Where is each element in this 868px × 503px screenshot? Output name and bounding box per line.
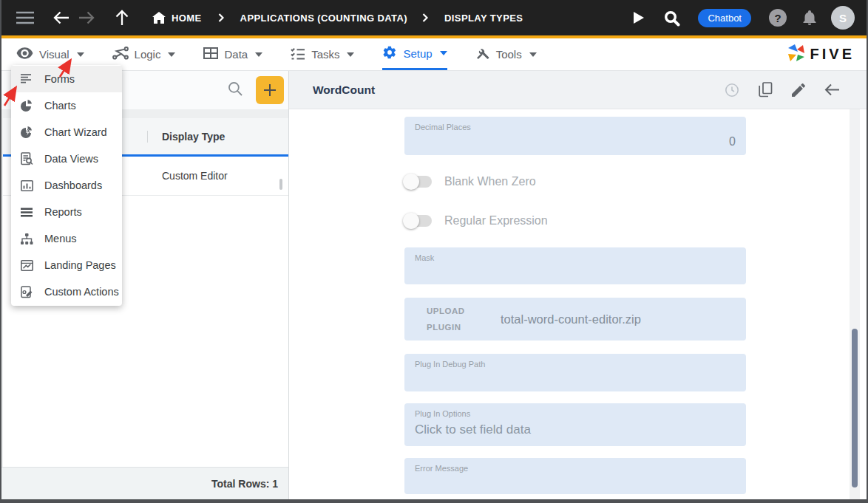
column-header-display-type[interactable]: Display Type bbox=[148, 131, 225, 143]
menu-icon[interactable] bbox=[16, 11, 34, 24]
menus-icon bbox=[18, 233, 35, 244]
menu-item-data-views[interactable]: Data Views bbox=[11, 146, 122, 172]
five-logo: FIVE bbox=[786, 38, 855, 70]
help-icon[interactable]: ? bbox=[769, 9, 787, 27]
dashboards-icon bbox=[18, 180, 35, 191]
scrollbar-track[interactable] bbox=[850, 109, 860, 499]
module-nav: Visual Logic Data Tasks bbox=[1, 38, 867, 71]
regular-expression-toggle[interactable] bbox=[404, 215, 432, 227]
run-app-icon[interactable] bbox=[634, 12, 644, 24]
custom-actions-icon bbox=[18, 286, 35, 298]
data-grid-icon bbox=[203, 47, 218, 61]
menu-item-custom-actions[interactable]: Custom Actions bbox=[11, 278, 122, 305]
search-icon[interactable] bbox=[228, 81, 243, 99]
menu-item-reports[interactable]: Reports bbox=[11, 199, 122, 225]
chatbot-button[interactable]: Chatbot bbox=[698, 9, 751, 27]
plug-in-options-field[interactable]: Plug In Options Click to set field data bbox=[404, 403, 746, 446]
menu-item-charts[interactable]: Charts bbox=[11, 92, 122, 119]
breadcrumb-home[interactable]: HOME bbox=[172, 13, 202, 24]
nav-label: Tools bbox=[496, 48, 522, 61]
field-label: Mask bbox=[415, 253, 434, 262]
nav-label: Tasks bbox=[311, 48, 339, 61]
scrollbar-thumb[interactable] bbox=[852, 329, 858, 487]
chevron-right-icon bbox=[218, 13, 224, 22]
data-views-icon bbox=[18, 152, 35, 165]
table-scrollbar-thumb[interactable] bbox=[279, 179, 282, 190]
detail-form: Decimal Places 0 Blank When Zero Regular… bbox=[289, 109, 867, 499]
nav-label: Logic bbox=[135, 48, 161, 61]
chevron-down-icon bbox=[255, 52, 262, 57]
avatar[interactable]: S bbox=[831, 6, 855, 30]
top-bar: HOME APPLICATIONS (COUNTING DATA) DISPLA… bbox=[1, 0, 867, 35]
breadcrumb-current: DISPLAY TYPES bbox=[444, 13, 523, 24]
menu-item-chart-wizard[interactable]: Chart Wizard bbox=[11, 119, 122, 146]
brand-name: FIVE bbox=[810, 46, 855, 63]
nav-item-data[interactable]: Data bbox=[203, 38, 262, 70]
menu-item-menus[interactable]: Menus bbox=[11, 225, 122, 252]
upload-plugin-field[interactable]: UPLOAD PLUGIN total-word-count-editor.zi… bbox=[404, 298, 746, 341]
nav-item-tasks[interactable]: Tasks bbox=[291, 38, 354, 70]
edit-pencil-icon[interactable] bbox=[792, 83, 805, 97]
nav-item-tools[interactable]: Tools bbox=[475, 38, 537, 70]
toggle-label: Regular Expression bbox=[444, 214, 548, 227]
menu-item-label: Charts bbox=[44, 100, 76, 112]
toggle-label: Blank When Zero bbox=[444, 175, 536, 188]
chevron-down-icon bbox=[347, 52, 354, 57]
total-rows-label: Total Rows: 1 bbox=[211, 478, 278, 490]
gear-icon bbox=[382, 45, 397, 62]
add-record-button[interactable] bbox=[256, 76, 284, 104]
blank-when-zero-row: Blank When Zero bbox=[404, 170, 536, 194]
blank-when-zero-toggle[interactable] bbox=[404, 176, 432, 188]
chart-wizard-icon bbox=[18, 126, 35, 138]
field-label: Decimal Places bbox=[415, 123, 471, 131]
menu-item-dashboards[interactable]: Dashboards bbox=[11, 172, 122, 199]
breadcrumb-application[interactable]: APPLICATIONS (COUNTING DATA) bbox=[240, 13, 407, 24]
record-detail-panel: WordCount bbox=[289, 71, 867, 499]
menu-item-landing-pages[interactable]: Landing Pages bbox=[11, 252, 122, 278]
copy-icon[interactable] bbox=[759, 82, 773, 97]
page-title: WordCount bbox=[313, 83, 375, 97]
error-message-field[interactable]: Error Message bbox=[404, 458, 746, 494]
menu-item-label: Chart Wizard bbox=[44, 126, 107, 138]
chevron-right-icon bbox=[422, 13, 428, 22]
nav-label: Visual bbox=[39, 48, 69, 61]
reports-icon bbox=[18, 208, 35, 217]
nav-label: Data bbox=[224, 48, 248, 61]
menu-item-label: Reports bbox=[44, 206, 82, 218]
nav-item-setup[interactable]: Setup bbox=[382, 38, 447, 70]
search-icon[interactable] bbox=[663, 10, 680, 27]
decimal-places-value: 0 bbox=[729, 135, 736, 148]
logic-icon bbox=[112, 47, 129, 62]
menu-item-label: Menus bbox=[44, 233, 77, 244]
chevron-down-icon bbox=[529, 52, 537, 57]
decimal-places-field[interactable]: Decimal Places 0 bbox=[404, 117, 746, 155]
nav-label: Setup bbox=[403, 47, 432, 60]
menu-item-forms[interactable]: Forms bbox=[11, 66, 122, 92]
upload-plugin-button[interactable]: UPLOAD PLUGIN bbox=[427, 303, 474, 336]
field-label: Plug In Debug Path bbox=[415, 360, 485, 369]
history-clock-icon[interactable] bbox=[725, 83, 739, 97]
table-footer: Total Rows: 1 bbox=[1, 467, 288, 499]
five-pinwheel-icon bbox=[786, 43, 806, 66]
landing-pages-icon bbox=[18, 260, 35, 271]
mask-field[interactable]: Mask bbox=[404, 247, 746, 284]
notifications-icon[interactable] bbox=[803, 10, 816, 25]
back-icon[interactable] bbox=[53, 11, 69, 24]
parent-up-icon[interactable] bbox=[115, 10, 129, 26]
chevron-down-icon bbox=[168, 52, 175, 57]
forms-icon bbox=[18, 74, 35, 84]
menu-item-label: Custom Actions bbox=[44, 286, 119, 298]
plug-in-debug-path-field[interactable]: Plug In Debug Path bbox=[404, 354, 746, 391]
home-icon[interactable] bbox=[152, 12, 166, 24]
app-window: HOME APPLICATIONS (COUNTING DATA) DISPLA… bbox=[0, 0, 868, 503]
field-label: Error Message bbox=[415, 464, 468, 473]
field-label: Plug In Options bbox=[415, 409, 470, 418]
toggle-knob bbox=[403, 213, 419, 229]
regular-expression-row: Regular Expression bbox=[404, 209, 548, 233]
tasks-icon bbox=[291, 47, 305, 62]
plug-in-options-value: Click to set field data bbox=[415, 422, 531, 437]
charts-icon bbox=[18, 100, 35, 112]
forward-icon[interactable] bbox=[78, 11, 95, 24]
menu-item-label: Data Views bbox=[44, 153, 98, 165]
back-arrow-icon[interactable] bbox=[824, 83, 840, 96]
